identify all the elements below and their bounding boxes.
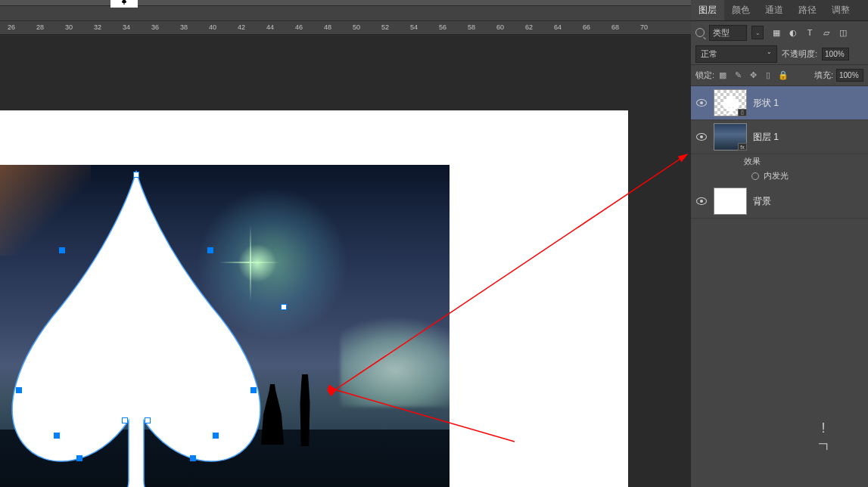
layer-filter-row: 类型 ⌄ ▦ ◐ T ▱ ◫ <box>691 21 868 44</box>
right-panel-dock: 图层颜色通道路径调整 类型 ⌄ ▦ ◐ T ▱ ◫ 正常 ⌄ 不透明度: 100… <box>691 0 868 487</box>
filter-type-icon[interactable]: T <box>804 27 815 38</box>
ruler-tick: 62 <box>525 23 533 31</box>
panel-tab[interactable]: 调整 <box>824 0 857 20</box>
panel-tab[interactable]: 通道 <box>758 0 791 20</box>
filter-smart-icon[interactable]: ◫ <box>838 27 848 38</box>
canvas-viewport[interactable] <box>0 35 691 487</box>
layer-thumbnail[interactable] <box>714 188 747 215</box>
thumbnail-badge: fx <box>738 143 747 150</box>
fx-visibility-icon[interactable] <box>751 172 759 180</box>
ruler-tick: 32 <box>94 23 101 31</box>
ruler-tick: 60 <box>496 23 504 31</box>
ruler-tick: 42 <box>238 23 245 31</box>
ruler-tick: 56 <box>439 23 446 31</box>
ruler-tick: 50 <box>353 23 360 31</box>
layer-thumbnail[interactable]: ▯ <box>714 89 747 116</box>
path-anchor[interactable] <box>207 247 213 253</box>
blend-mode-dropdown[interactable]: 正常 ⌄ <box>695 45 777 63</box>
ruler-tick: 34 <box>123 23 130 31</box>
eye-icon <box>696 99 707 107</box>
layer-name-label[interactable]: 背景 <box>753 195 771 208</box>
ruler-tick: 54 <box>410 23 418 31</box>
layers-list: ▯形状 1fx图层 1效果内发光背景 <box>691 86 868 219</box>
filter-adjust-icon[interactable]: ◐ <box>788 27 798 38</box>
spade-icon <box>120 0 128 5</box>
path-anchor[interactable] <box>59 247 65 253</box>
path-anchor[interactable] <box>133 172 139 178</box>
path-anchor[interactable] <box>76 455 82 461</box>
eye-icon <box>696 197 707 205</box>
ruler-tick: 70 <box>640 23 648 31</box>
ruler-tick: 26 <box>8 23 15 31</box>
eye-icon <box>696 133 707 141</box>
lock-transparency-icon[interactable]: ▩ <box>717 70 728 81</box>
visibility-toggle[interactable] <box>695 97 708 109</box>
ruler-tick: 66 <box>583 23 590 31</box>
layer-row[interactable]: 背景 <box>691 185 868 219</box>
path-anchor[interactable] <box>16 387 22 393</box>
fill-input[interactable]: 100% <box>836 69 863 82</box>
filter-image-icon[interactable]: ▦ <box>771 27 782 38</box>
path-anchor[interactable] <box>190 455 196 461</box>
ruler-tick: 36 <box>151 23 159 31</box>
ruler-tick: 58 <box>468 23 475 31</box>
path-anchor[interactable] <box>122 417 128 423</box>
effects-label[interactable]: 效果 <box>691 154 868 169</box>
layer-name-label[interactable]: 图层 1 <box>753 131 779 144</box>
ruler-tick: 44 <box>266 23 274 31</box>
ruler-tick: 30 <box>65 23 73 31</box>
layer-filter-type-dropdown[interactable]: 类型 <box>709 25 747 41</box>
opacity-label: 不透明度: <box>782 48 817 60</box>
ruler-tick: 52 <box>381 23 389 31</box>
ruler-tick: 46 <box>295 23 303 31</box>
panel-tab-bar: 图层颜色通道路径调整 <box>691 0 868 21</box>
shape-layer-spade[interactable] <box>0 156 288 487</box>
panel-tab[interactable]: 图层 <box>691 0 724 20</box>
layer-row[interactable]: ▯形状 1 <box>691 86 868 120</box>
shape-preview-swatch[interactable] <box>110 0 138 8</box>
panel-tab[interactable]: 路径 <box>791 0 824 20</box>
lock-pixels-icon[interactable]: ✎ <box>733 70 743 81</box>
chevron-down-icon[interactable]: ⌄ <box>751 26 764 39</box>
path-anchor[interactable] <box>145 417 151 423</box>
visibility-toggle[interactable] <box>695 195 708 207</box>
layer-thumbnail[interactable]: fx <box>714 123 747 150</box>
opacity-input[interactable]: 100% <box>822 48 849 60</box>
ruler-tick: 68 <box>611 23 619 31</box>
panel-tab[interactable]: 颜色 <box>724 0 758 20</box>
ruler-tick: 48 <box>324 23 331 31</box>
thumbnail-badge: ▯ <box>738 109 747 116</box>
layer-row[interactable]: fx图层 1 <box>691 120 868 154</box>
hint-overlay: ! ㄱ <box>817 419 830 457</box>
lock-position-icon[interactable]: ✥ <box>748 70 758 81</box>
path-anchor[interactable] <box>213 433 219 439</box>
path-anchor[interactable] <box>54 433 60 439</box>
lock-label: 锁定: <box>695 70 714 81</box>
lock-artboard-icon[interactable]: ▯ <box>763 70 773 81</box>
effect-item[interactable]: 内发光 <box>691 169 868 185</box>
path-anchor[interactable] <box>250 387 257 393</box>
ruler-tick: 28 <box>36 23 44 31</box>
ruler-tick: 40 <box>209 23 216 31</box>
lock-all-icon[interactable]: 🔒 <box>778 70 789 81</box>
visibility-toggle[interactable] <box>695 131 708 143</box>
ruler-tick: 64 <box>554 23 562 31</box>
fill-label: 填充: <box>814 70 833 81</box>
lock-fill-row: 锁定: ▩ ✎ ✥ ▯ 🔒 填充: 100% <box>691 65 868 86</box>
filter-shape-icon[interactable]: ▱ <box>821 27 832 38</box>
blend-opacity-row: 正常 ⌄ 不透明度: 100% <box>691 44 868 65</box>
path-anchor[interactable] <box>281 304 287 310</box>
document-canvas[interactable] <box>0 110 628 487</box>
horizontal-ruler[interactable]: 2628303234363840424446485052545658606264… <box>0 21 691 35</box>
ruler-tick: 38 <box>180 23 188 31</box>
search-icon <box>695 28 705 37</box>
layer-name-label[interactable]: 形状 1 <box>753 97 779 110</box>
